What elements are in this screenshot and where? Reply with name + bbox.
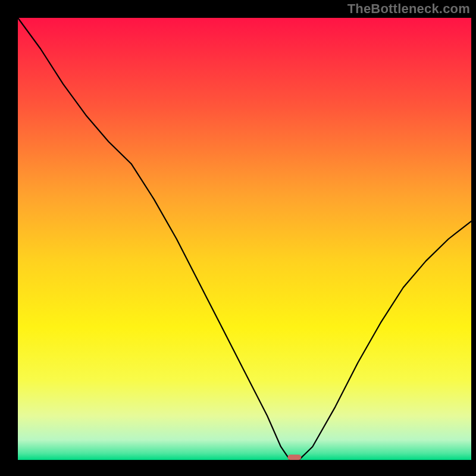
optimal-marker [287,455,301,460]
watermark-text: TheBottleneck.com [347,1,470,17]
bottleneck-chart: TheBottleneck.com [0,0,476,476]
chart-canvas [0,0,476,476]
plot-background [18,18,471,460]
